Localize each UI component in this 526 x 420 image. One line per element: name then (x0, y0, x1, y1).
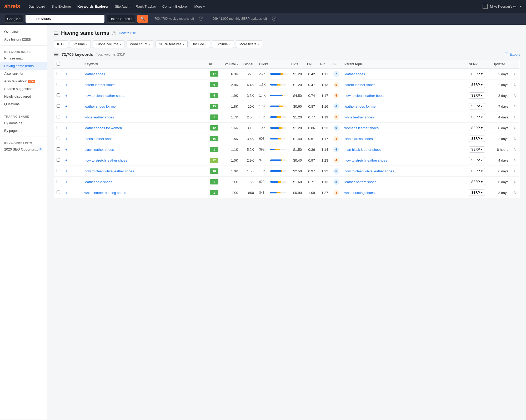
cell-refresh[interactable]: ↻ (511, 187, 520, 198)
keyword-link[interactable]: leather shoes for women (84, 126, 122, 130)
refresh-icon[interactable]: ↻ (514, 126, 517, 130)
cell-checkbox[interactable] (54, 112, 63, 123)
keyword-link[interactable]: how to clean white leather shoes (84, 169, 134, 173)
filter-serp-features[interactable]: SERP features ▾ (156, 40, 188, 48)
keyword-link[interactable]: leather shoes (84, 72, 105, 76)
serp-button[interactable]: SERP ▾ (469, 125, 485, 131)
th-select-all[interactable] (54, 60, 63, 69)
filter-volume[interactable]: Volume ▾ (70, 40, 91, 48)
cell-refresh[interactable]: ↻ (511, 90, 520, 101)
cell-checkbox[interactable] (54, 101, 63, 112)
user-menu[interactable]: Mike Keenan's w... ▾ (490, 4, 522, 8)
add-keyword-icon[interactable]: + (65, 180, 67, 184)
cell-add[interactable]: + (63, 155, 82, 166)
column-settings-icon[interactable] (54, 53, 58, 56)
filter-more[interactable]: More filters ▾ (236, 40, 262, 48)
keyword-link[interactable]: white leather shoes (84, 115, 114, 119)
cell-checkbox[interactable] (54, 177, 63, 187)
row-checkbox-1[interactable] (57, 83, 60, 86)
th-rr[interactable]: RR (318, 60, 331, 69)
serp-button[interactable]: SERP ▾ (469, 71, 485, 77)
filter-exclude[interactable]: Exclude ▾ (212, 40, 234, 48)
parent-topic-link[interactable]: patent leather shoes (344, 83, 375, 87)
cell-refresh[interactable]: ↻ (511, 123, 520, 133)
search-button[interactable]: 🔍 (137, 15, 148, 23)
refresh-icon[interactable]: ↻ (514, 158, 517, 162)
th-updated[interactable]: Updated (490, 60, 511, 69)
cell-add[interactable]: + (63, 69, 82, 79)
row-checkbox-9[interactable] (57, 169, 60, 172)
refresh-icon[interactable]: ↻ (514, 104, 517, 108)
sidebar-item-newly-discovered[interactable]: Newly discovered (0, 93, 47, 100)
keyword-link[interactable]: leather sole shoes (84, 180, 112, 184)
page-help-icon[interactable]: ? (112, 31, 116, 35)
sidebar-item-also-talk-about[interactable]: Also talk about NEW (0, 77, 47, 85)
select-all-checkbox[interactable] (57, 62, 60, 66)
th-parent-topic[interactable]: Parent topic (342, 60, 466, 69)
filter-global-volume[interactable]: Global volume ▾ (93, 40, 124, 48)
serp-button[interactable]: SERP ▾ (469, 103, 485, 109)
row-checkbox-7[interactable] (57, 147, 60, 151)
sidebar-item-questions[interactable]: Questions (0, 100, 47, 108)
row-checkbox-8[interactable] (57, 158, 60, 162)
engine-select[interactable]: Google ▾ (4, 15, 23, 23)
th-sf[interactable]: SF (331, 60, 342, 69)
parent-topic-link[interactable]: man black leather shoes (344, 148, 382, 152)
parent-topic-link[interactable]: womens leather shoes (344, 126, 379, 130)
cell-refresh[interactable]: ↻ (511, 101, 520, 112)
weekly-help-icon[interactable]: ? (199, 17, 203, 21)
search-input[interactable] (26, 15, 104, 23)
sidebar-item-search-suggestions[interactable]: Search suggestions (0, 85, 47, 93)
parent-topic-link[interactable]: leather shoes for men (344, 104, 378, 108)
parent-topic-link[interactable]: how to clean leather boots (344, 94, 384, 98)
nav-keywords-explorer[interactable]: Keywords Explorer (74, 0, 112, 13)
cell-refresh[interactable]: ↻ (511, 133, 520, 144)
row-checkbox-5[interactable] (57, 126, 60, 129)
row-checkbox-0[interactable] (57, 72, 60, 75)
refresh-icon[interactable]: ↻ (514, 147, 517, 152)
parent-topic-link[interactable]: leather bottom shoes (344, 180, 376, 184)
cell-checkbox[interactable] (54, 69, 63, 79)
keyword-link[interactable]: black leather shoes (84, 148, 114, 152)
country-select[interactable]: United States ▾ (107, 15, 135, 23)
sidebar-item-by-domains[interactable]: By domains (0, 119, 47, 127)
sidebar-item-ads-history[interactable]: Ads history BETA (0, 36, 47, 43)
nav-content-explorer[interactable]: Content Explorer (159, 0, 191, 13)
cell-refresh[interactable]: ↻ (511, 155, 520, 166)
keyword-link[interactable]: leather shoes for men (84, 104, 118, 108)
row-checkbox-11[interactable] (57, 191, 60, 194)
add-keyword-icon[interactable]: + (65, 83, 67, 87)
cell-checkbox[interactable] (54, 187, 63, 198)
refresh-icon[interactable]: ↻ (514, 72, 517, 76)
cell-refresh[interactable]: ↻ (511, 177, 520, 187)
sidebar-item-having-same-terms[interactable]: Having same terms (0, 62, 47, 70)
serp-button[interactable]: SERP ▾ (469, 179, 485, 185)
add-keyword-icon[interactable]: + (65, 191, 67, 195)
filter-word-count[interactable]: Word count ▾ (127, 40, 153, 48)
keyword-link[interactable]: patent leather shoes (84, 83, 116, 87)
sidebar-item-overview[interactable]: Overview (0, 28, 47, 36)
serp-button[interactable]: SERP ▾ (469, 92, 485, 99)
cell-add[interactable]: + (63, 90, 82, 101)
th-keyword[interactable]: Keyword (82, 60, 206, 69)
refresh-icon[interactable]: ↻ (514, 115, 517, 119)
serp-button[interactable]: SERP ▾ (469, 146, 485, 153)
refresh-icon[interactable]: ↻ (514, 191, 517, 195)
add-keyword-icon[interactable]: + (65, 126, 67, 130)
serp-button[interactable]: SERP ▾ (469, 114, 485, 120)
cell-add[interactable]: + (63, 166, 82, 177)
refresh-icon[interactable]: ↻ (514, 169, 517, 173)
export-button[interactable]: 📄 Export (504, 52, 520, 56)
cell-refresh[interactable]: ↻ (511, 69, 520, 79)
cell-add[interactable]: + (63, 79, 82, 90)
cell-add[interactable]: + (63, 112, 82, 123)
keyword-link[interactable]: how to stretch leather shoes (84, 158, 127, 162)
how-to-link[interactable]: How to use (119, 31, 136, 35)
cell-checkbox[interactable] (54, 144, 63, 155)
add-keyword-icon[interactable]: + (65, 104, 67, 108)
row-checkbox-6[interactable] (57, 137, 60, 140)
th-kd[interactable]: KD (206, 60, 222, 69)
nav-site-explorer[interactable]: Site Explorer (48, 0, 74, 13)
cell-refresh[interactable]: ↻ (511, 79, 520, 90)
cell-add[interactable]: + (63, 177, 82, 187)
